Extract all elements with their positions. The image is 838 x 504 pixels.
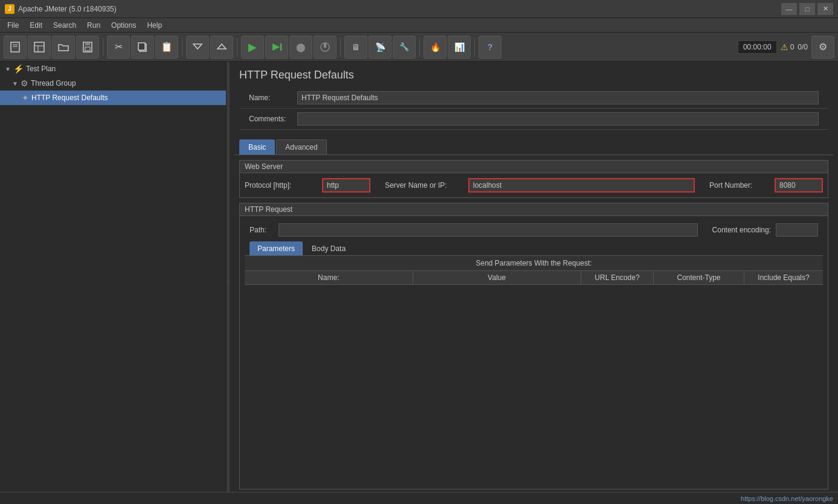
name-input[interactable] [297, 91, 819, 104]
inner-tab-bar: Parameters Body Data [245, 239, 823, 256]
clear-all-button[interactable]: 📊 [448, 36, 471, 59]
http-request-content: Path: Content encoding: Parameters Body … [240, 216, 828, 489]
path-row: Path: Content encoding: [245, 221, 823, 239]
expand-icon: ▼ [5, 66, 11, 72]
params-header: Send Parameters With the Request: [245, 256, 823, 271]
remote-start-button[interactable]: 🖥 [344, 36, 367, 59]
tab-advanced[interactable]: Advanced [276, 139, 326, 155]
shutdown-button[interactable] [314, 36, 337, 59]
separator-4 [340, 38, 341, 56]
help-button[interactable]: ? [479, 36, 501, 59]
app-title: Apache JMeter (5.0 r1840935) [18, 5, 117, 13]
warning-count: 0 [790, 43, 794, 51]
name-row: Name: [239, 88, 828, 109]
new-button[interactable] [4, 36, 27, 59]
sidebar-item-http-defaults[interactable]: ✦ HTTP Request Defaults [0, 91, 226, 105]
app-icon: J [5, 4, 15, 14]
window-controls[interactable]: — □ ✕ [781, 3, 833, 15]
status-bar: https://blog.csdn.net/yaorongke [0, 492, 838, 504]
menu-file[interactable]: File [2, 20, 24, 31]
toolbar: ✂ 📋 ▶ ⬤ 🖥 📡 🔧 🔥 📊 ? 00:00:00 ⚠ 0 [0, 33, 838, 62]
menu-help[interactable]: Help [142, 20, 167, 31]
menu-bar: File Edit Search Run Options Help [0, 18, 838, 33]
close-button[interactable]: ✕ [817, 3, 833, 15]
remote-shutdown-button[interactable]: 🔧 [393, 36, 416, 59]
params-columns: Name: Value URL Encode? Content-Type Inc… [245, 271, 823, 285]
server-label: Server Name or IP: [385, 181, 463, 190]
panel-header: HTTP Request Defaults Name: Comments: [230, 62, 838, 135]
clear-button[interactable]: 🔥 [424, 36, 446, 59]
main-layout: ▼ ⚡ Test Plan ▼ ⚙ Thread Group ✦ HTTP Re… [0, 62, 838, 504]
col-name: Name: [245, 271, 413, 284]
toolbar-right: 00:00:00 ⚠ 0 0/0 ⚙ [738, 36, 834, 59]
server-input[interactable] [468, 178, 695, 193]
tab-bar: Basic Advanced [230, 135, 838, 155]
panel-title: HTTP Request Defaults [239, 69, 828, 81]
inner-tab-body-data[interactable]: Body Data [304, 241, 353, 255]
paste-button[interactable]: 📋 [155, 36, 178, 59]
port-input[interactable] [775, 178, 823, 193]
path-label: Path: [250, 226, 274, 234]
http-request-title: HTTP Request [240, 203, 828, 216]
save-button[interactable] [76, 36, 99, 59]
copy-button[interactable] [131, 36, 154, 59]
comments-row: Comments: [239, 109, 828, 130]
expand-button[interactable] [186, 36, 209, 59]
error-count: 0/0 [798, 43, 808, 51]
http-defaults-icon: ✦ [22, 93, 29, 103]
svg-rect-8 [85, 47, 90, 51]
cut-button[interactable]: ✂ [107, 36, 130, 59]
svg-rect-0 [11, 42, 19, 52]
warning-status: ⚠ 0 [781, 42, 794, 52]
encoding-input[interactable] [776, 223, 818, 237]
web-server-section: Web Server Protocol [http]: Server Name … [239, 160, 828, 198]
svg-rect-10 [138, 43, 145, 50]
thread-group-icon: ⚙ [21, 78, 28, 88]
web-server-content: Protocol [http]: Server Name or IP: Port… [240, 173, 828, 197]
col-include-equals: Include Equals? [744, 271, 823, 284]
templates-button[interactable] [28, 36, 51, 59]
menu-options[interactable]: Options [106, 20, 141, 31]
menu-run[interactable]: Run [82, 20, 105, 31]
params-body [245, 285, 823, 484]
sidebar-item-test-plan[interactable]: ▼ ⚡ Test Plan [0, 62, 226, 76]
run-no-pause-button[interactable] [265, 36, 288, 59]
params-area: Send Parameters With the Request: Name: … [245, 256, 823, 484]
title-bar-left: J Apache JMeter (5.0 r1840935) [5, 4, 117, 14]
port-label: Port Number: [709, 181, 770, 190]
svg-marker-13 [272, 43, 280, 51]
sidebar-item-thread-group[interactable]: ▼ ⚙ Thread Group [0, 76, 226, 91]
content-panel: HTTP Request Defaults Name: Comments: Ba… [230, 62, 838, 504]
tab-basic[interactable]: Basic [239, 139, 275, 155]
maximize-button[interactable]: □ [799, 3, 815, 15]
comments-input[interactable] [297, 112, 819, 126]
http-request-section: HTTP Request Path: Content encoding: Par… [239, 203, 828, 490]
sidebar-item-thread-label: Thread Group [31, 79, 76, 88]
settings-button[interactable]: ⚙ [811, 36, 834, 59]
name-label: Name: [249, 94, 297, 102]
inner-tab-parameters[interactable]: Parameters [250, 241, 303, 255]
svg-rect-7 [85, 42, 90, 45]
svg-marker-12 [218, 44, 226, 49]
sidebar-item-label: Test Plan [26, 65, 56, 73]
minimize-button[interactable]: — [781, 3, 797, 15]
protocol-input[interactable] [322, 178, 370, 193]
web-server-title: Web Server [240, 161, 828, 173]
open-button[interactable] [52, 36, 75, 59]
sidebar: ▼ ⚡ Test Plan ▼ ⚙ Thread Group ✦ HTTP Re… [0, 62, 227, 504]
sidebar-item-http-label: HTTP Request Defaults [31, 94, 108, 102]
svg-marker-11 [193, 44, 202, 49]
menu-edit[interactable]: Edit [25, 20, 47, 31]
col-value: Value [413, 271, 582, 284]
col-url-encode: URL Encode? [581, 271, 654, 284]
collapse-button[interactable] [210, 36, 233, 59]
protocol-label: Protocol [http]: [245, 181, 317, 190]
menu-search[interactable]: Search [48, 20, 81, 31]
run-button[interactable]: ▶ [241, 36, 264, 59]
remote-stop-button[interactable]: 📡 [369, 36, 392, 59]
encoding-label: Content encoding: [712, 226, 771, 234]
separator-2 [182, 38, 182, 56]
stop-button[interactable]: ⬤ [289, 36, 312, 59]
title-bar: J Apache JMeter (5.0 r1840935) — □ ✕ [0, 0, 838, 18]
path-input[interactable] [279, 223, 698, 237]
